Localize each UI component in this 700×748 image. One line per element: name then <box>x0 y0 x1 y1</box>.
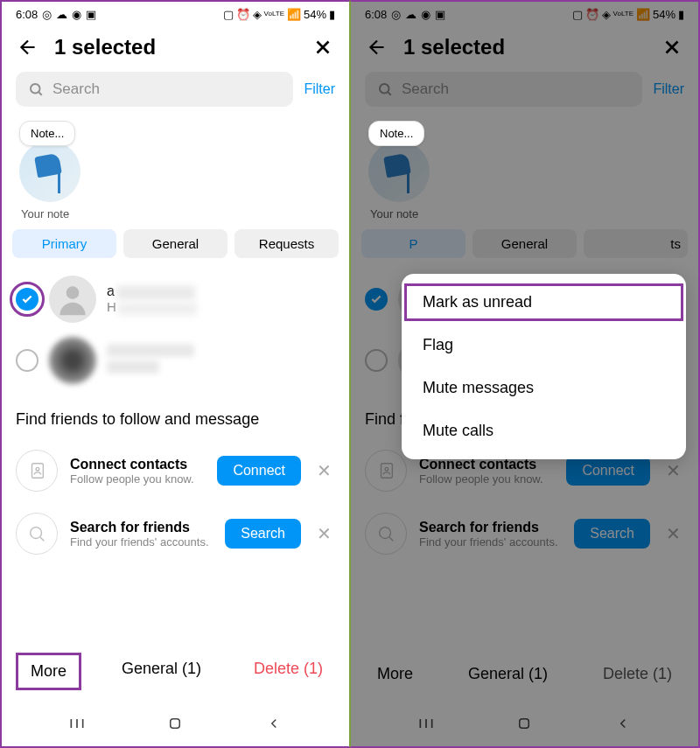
tab-general[interactable]: General <box>472 229 577 258</box>
close-button[interactable] <box>311 35 335 59</box>
popup-mute-calls[interactable]: Mute calls <box>402 409 686 452</box>
search-friends-subtitle: Find your friends' accounts. <box>70 535 213 549</box>
popup-flag[interactable]: Flag <box>402 324 686 367</box>
conversation-row[interactable]: a H <box>2 269 349 330</box>
note-bubble[interactable]: Note... <box>19 121 75 146</box>
delete-button[interactable]: Delete (1) <box>242 653 335 690</box>
find-friends-header: Find friends to follow and message <box>2 395 349 439</box>
tab-requests[interactable]: Requests <box>234 229 339 258</box>
popup-mute-messages[interactable]: Mute messages <box>402 367 686 409</box>
phone-screenshot-right: 6:08 ◎ ☁ ◉ ▣ ▢ ⏰ ◈ VoLTE 📶 54% ▮ 1 selec… <box>350 0 700 748</box>
nav-recent[interactable] <box>413 710 439 737</box>
tab-primary[interactable]: Primary <box>12 229 116 258</box>
dismiss-search[interactable]: ✕ <box>313 523 335 544</box>
tab-requests[interactable]: ts <box>584 229 688 258</box>
search-friends-title: Search for friends <box>419 520 562 535</box>
system-nav-bar <box>351 701 698 746</box>
search-friends-icon <box>365 513 407 555</box>
notes-section: Note... Your note <box>351 114 698 224</box>
header-title: 1 selected <box>54 35 297 59</box>
connect-subtitle: Follow people you know. <box>419 472 554 486</box>
search-input[interactable]: Search <box>16 72 293 107</box>
connect-title: Connect contacts <box>70 457 205 472</box>
conversation-checkbox[interactable] <box>16 288 38 311</box>
search-friends-suggestion: Search for friends Find your friends' ac… <box>351 502 698 565</box>
conversation-checkbox[interactable] <box>16 349 38 372</box>
search-friends-subtitle: Find your friends' accounts. <box>419 535 562 549</box>
connect-contacts-suggestion: Connect contacts Follow people you know.… <box>2 439 349 502</box>
header-title: 1 selected <box>403 35 646 59</box>
contacts-icon <box>365 450 407 492</box>
tab-general[interactable]: General <box>123 229 228 258</box>
your-note-avatar[interactable] <box>19 141 80 202</box>
svg-point-12 <box>380 528 391 539</box>
connect-button[interactable]: Connect <box>217 456 301 486</box>
whatsapp-icon: ◎ <box>391 8 401 21</box>
search-friends-icon <box>16 513 58 555</box>
selection-header: 1 selected <box>351 26 698 68</box>
notes-section: Note... Your note <box>2 114 349 224</box>
svg-rect-16 <box>520 719 529 729</box>
conversation-checkbox[interactable] <box>365 288 388 311</box>
conversation-text: a H <box>107 283 335 314</box>
search-input[interactable]: Search <box>365 72 642 107</box>
status-bar: 6:08 ◎ ☁ ◉ ▣ ▢ ⏰ ◈ VoLTE 📶 54% ▮ <box>351 2 698 26</box>
connect-button[interactable]: Connect <box>566 456 650 486</box>
dismiss-connect[interactable]: ✕ <box>662 460 684 481</box>
note-bubble[interactable]: Note... <box>368 121 424 146</box>
search-friends-button[interactable]: Search <box>574 519 650 549</box>
back-button[interactable] <box>16 35 40 59</box>
chat-icon: ☁ <box>405 8 416 21</box>
bottom-action-bar: More General (1) Delete (1) <box>351 647 698 701</box>
instagram-icon: ◉ <box>421 8 430 21</box>
more-button[interactable]: More <box>365 658 425 690</box>
dismiss-connect[interactable]: ✕ <box>313 460 335 481</box>
nav-recent[interactable] <box>64 710 90 737</box>
delete-button[interactable]: Delete (1) <box>591 658 684 690</box>
back-button[interactable] <box>365 35 389 59</box>
conversation-name: a <box>107 283 335 299</box>
nav-back[interactable] <box>610 710 636 737</box>
general-button[interactable]: General (1) <box>456 658 560 690</box>
status-time: 6:08 <box>16 8 38 21</box>
conversation-message-blurred <box>107 360 159 374</box>
close-button[interactable] <box>660 35 684 59</box>
conversation-message: H <box>107 299 335 314</box>
conversation-checkbox[interactable] <box>365 349 388 372</box>
status-bar: 6:08 ◎ ☁ ◉ ▣ ▢ ⏰ ◈ VoLTE 📶 54% ▮ <box>2 2 349 26</box>
svg-point-9 <box>380 84 389 94</box>
nav-back[interactable] <box>261 710 287 737</box>
conversation-avatar <box>49 337 96 384</box>
tab-primary[interactable]: P <box>361 229 466 258</box>
svg-point-3 <box>36 467 39 471</box>
battery-percent: 54% <box>653 8 676 21</box>
note-label: Your note <box>370 207 681 220</box>
conversation-row[interactable] <box>2 330 349 391</box>
wifi-icon: ◈ <box>253 8 262 21</box>
gallery-icon: ▣ <box>435 8 445 21</box>
instagram-icon: ◉ <box>72 8 81 21</box>
selection-header: 1 selected <box>2 26 349 68</box>
nav-home[interactable] <box>162 710 188 737</box>
filter-button[interactable]: Filter <box>653 81 684 97</box>
search-friends-button[interactable]: Search <box>225 519 301 549</box>
signal-icon: 📶 <box>636 8 650 21</box>
your-note-avatar[interactable] <box>368 141 430 202</box>
filter-button[interactable]: Filter <box>304 81 335 97</box>
more-button[interactable]: More <box>16 653 81 690</box>
battery-icon: ▮ <box>678 8 684 21</box>
avatar-image <box>382 150 416 193</box>
gallery-icon: ▣ <box>86 8 96 21</box>
conversation-list: a H <box>2 265 349 395</box>
general-button[interactable]: General (1) <box>109 653 214 690</box>
search-placeholder: Search <box>402 80 449 98</box>
popup-mark-unread[interactable]: Mark as unread <box>402 281 686 324</box>
status-time: 6:08 <box>365 8 387 21</box>
nav-home[interactable] <box>511 710 537 737</box>
nfc-icon: ▢ <box>223 8 234 21</box>
conversation-text <box>107 344 335 377</box>
dismiss-search[interactable]: ✕ <box>662 523 684 544</box>
search-friends-title: Search for friends <box>70 520 213 535</box>
system-nav-bar <box>2 701 349 746</box>
more-options-popup: Mark as unread Flag Mute messages Mute c… <box>402 274 686 459</box>
